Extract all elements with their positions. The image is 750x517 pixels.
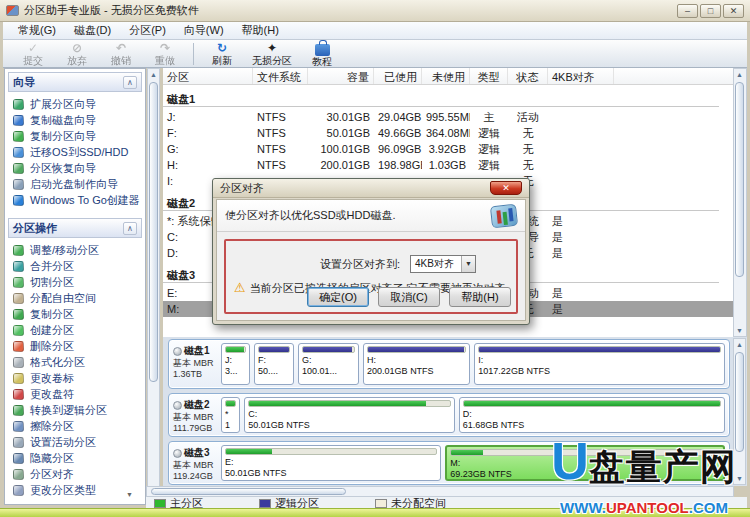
menu-item-磁[interactable]: 磁盘(D) bbox=[65, 21, 120, 40]
sidebar-item[interactable]: 分区恢复向导 bbox=[13, 160, 145, 176]
disk-area-scrollbar[interactable]: ▲ ▼ bbox=[733, 338, 746, 485]
disk-panel-3[interactable]: 磁盘3基本 MBR119.24GBE:50.01GB NTFSM:69.23GB… bbox=[168, 441, 730, 485]
chevron-down-icon[interactable]: ▼ bbox=[461, 256, 475, 272]
maximize-button[interactable]: □ bbox=[700, 4, 721, 18]
sidebar-item[interactable]: 设置活动分区 bbox=[13, 434, 145, 450]
sidebar-scrollbar[interactable]: ▲ ▼ bbox=[147, 68, 160, 505]
table-row[interactable]: J:NTFS30.01GB29.04GB995.55MB主活动 bbox=[163, 109, 733, 125]
sidebar-item[interactable]: 更改卷标 bbox=[13, 370, 145, 386]
sidebar-item[interactable]: 复制分区向导 bbox=[13, 128, 145, 144]
close-button[interactable]: ✕ bbox=[723, 4, 744, 18]
sidebar-item[interactable]: 分区对齐 bbox=[13, 466, 145, 482]
sidebar-item[interactable]: 创建分区 bbox=[13, 322, 145, 338]
delete-partition-icon bbox=[13, 341, 24, 352]
sidebar-item[interactable]: 转换到逻辑分区 bbox=[13, 402, 145, 418]
collapse-chevron-icon[interactable]: ∧ bbox=[123, 76, 137, 89]
column-header[interactable]: 未使用 bbox=[422, 68, 470, 84]
menu-item-分[interactable]: 分区(P) bbox=[120, 21, 175, 40]
scrollbar-thumb[interactable] bbox=[735, 352, 744, 452]
sidebar-item[interactable]: 扩展分区向导 bbox=[13, 96, 145, 112]
sidebar-item[interactable]: 合并分区 bbox=[13, 258, 145, 274]
partition-letter: J: bbox=[225, 355, 246, 366]
collapse-chevron-icon[interactable]: ∧ bbox=[123, 222, 137, 235]
toolbar-separator bbox=[193, 43, 194, 65]
scrollbar-thumb[interactable] bbox=[149, 82, 158, 382]
column-header[interactable]: 4KB对齐 bbox=[548, 68, 614, 84]
title-bar: 分区助手专业版 - 无损分区免费软件 – □ ✕ bbox=[0, 0, 750, 22]
partition-block-d[interactable]: D:61.68GB NTFS bbox=[459, 397, 725, 433]
toolbar-button-redo: ↷重做 bbox=[143, 41, 187, 67]
usage-fill bbox=[226, 347, 244, 352]
column-header[interactable]: 容量 bbox=[308, 68, 374, 84]
partition-block-i[interactable]: I:1017.22GB NTFS bbox=[474, 343, 725, 385]
table-scrollbar[interactable]: ▲ ▼ bbox=[733, 68, 747, 337]
partition-letter: * bbox=[225, 409, 236, 420]
menu-item-帮[interactable]: 帮助(H) bbox=[233, 21, 288, 40]
sidebar-item[interactable]: 擦除分区 bbox=[13, 418, 145, 434]
alignment-dropdown[interactable]: 4KB对齐 ▼ bbox=[410, 255, 476, 273]
toolbar-button-tutorial[interactable]: 教程 bbox=[300, 41, 344, 67]
partition-block-h[interactable]: H:200.01GB NTFS bbox=[363, 343, 470, 385]
scrollbar-thumb[interactable] bbox=[735, 82, 744, 277]
scroll-down-icon[interactable]: ▼ bbox=[734, 473, 745, 484]
ok-button[interactable]: 确定(O) bbox=[307, 287, 369, 307]
partition-alignment-icon bbox=[490, 203, 518, 228]
column-header[interactable]: 类型 bbox=[470, 68, 508, 84]
column-header[interactable]: 文件系统 bbox=[253, 68, 308, 84]
dialog-title-bar[interactable]: 分区对齐 ✕ bbox=[213, 179, 529, 198]
menu-bar: 常规(G)磁盘(D)分区(P)向导(W)帮助(H) bbox=[3, 22, 747, 40]
scroll-up-icon[interactable]: ▲ bbox=[148, 69, 159, 80]
minimize-button[interactable]: – bbox=[677, 4, 698, 18]
dialog-close-button[interactable]: ✕ bbox=[490, 181, 522, 195]
resize-move-partition-icon bbox=[13, 245, 24, 256]
sidebar-item[interactable]: 复制分区 bbox=[13, 306, 145, 322]
toolbar-button-refresh[interactable]: ↻刷新 bbox=[200, 41, 244, 67]
table-header-row: 分区文件系统容量已使用未使用类型状态4KB对齐 bbox=[163, 68, 733, 85]
sidebar-item[interactable]: 切割分区 bbox=[13, 274, 145, 290]
sidebar-item[interactable]: 启动光盘制作向导 bbox=[13, 176, 145, 192]
partition-block-e[interactable]: E:50.01GB NTFS bbox=[221, 445, 441, 481]
disk-panel-2[interactable]: 磁盘2基本 MBR111.79GB*1C:50.01GB NTFSD:61.68… bbox=[168, 393, 730, 437]
column-header[interactable]: 状态 bbox=[508, 68, 548, 84]
table-cell: 逻辑 bbox=[470, 126, 508, 141]
table-cell: 1.03GB bbox=[422, 159, 470, 171]
sidebar-item-label: 扩展分区向导 bbox=[30, 97, 96, 112]
tutorial-icon bbox=[315, 44, 330, 56]
sidebar-item[interactable]: 删除分区 bbox=[13, 338, 145, 354]
sidebar-item[interactable]: 格式化分区 bbox=[13, 354, 145, 370]
sidebar-item[interactable]: 迁移OS到SSD/HDD bbox=[13, 144, 145, 160]
partition-block-f[interactable]: F:50.... bbox=[254, 343, 294, 385]
table-row[interactable]: G:NTFS100.01GB96.09GB3.92GB逻辑无 bbox=[163, 141, 733, 157]
partition-block-j[interactable]: J:3... bbox=[221, 343, 250, 385]
menu-item-常[interactable]: 常规(G) bbox=[9, 21, 65, 40]
partition-block-*[interactable]: *1 bbox=[221, 397, 240, 433]
cancel-button[interactable]: 取消(C) bbox=[378, 287, 440, 307]
column-header[interactable]: 分区 bbox=[163, 68, 253, 84]
sidebar-item[interactable]: 更改盘符 bbox=[13, 386, 145, 402]
scroll-down-icon[interactable]: ▼ bbox=[734, 325, 745, 336]
scroll-more-icon[interactable]: ▼ bbox=[126, 491, 133, 498]
help-button[interactable]: 帮助(H) bbox=[449, 287, 511, 307]
table-row[interactable]: H:NTFS200.01GB198.98GB1.03GB逻辑无 bbox=[163, 157, 733, 173]
toolbar-button-lossless-partition[interactable]: ✦无损分区 bbox=[244, 41, 300, 67]
partition-block-c[interactable]: C:50.01GB NTFS bbox=[244, 397, 455, 433]
table-cell: 是 bbox=[548, 214, 614, 229]
menu-item-向[interactable]: 向导(W) bbox=[175, 21, 233, 40]
partition-block-m[interactable]: M:69.23GB NTFS bbox=[445, 445, 725, 481]
table-cell: NTFS bbox=[253, 127, 308, 139]
table-row[interactable]: F:NTFS50.01GB49.66GB364.08MB逻辑无 bbox=[163, 125, 733, 141]
legend-swatch-icon bbox=[375, 499, 387, 508]
alignment-setting-label: 设置分区对齐到: bbox=[232, 257, 410, 272]
scroll-up-icon[interactable]: ▲ bbox=[734, 339, 745, 350]
sidebar-item[interactable]: 分配自由空间 bbox=[13, 290, 145, 306]
scrollbar-thumb[interactable] bbox=[151, 488, 346, 495]
partition-block-g[interactable]: G:100.01... bbox=[298, 343, 359, 385]
sidebar-item[interactable]: Windows To Go创建器 bbox=[13, 192, 145, 208]
column-header[interactable]: 已使用 bbox=[374, 68, 422, 84]
partition-letter: H: bbox=[367, 355, 466, 366]
sidebar-item[interactable]: 调整/移动分区 bbox=[13, 242, 145, 258]
sidebar-item[interactable]: 隐藏分区 bbox=[13, 450, 145, 466]
scroll-up-icon[interactable]: ▲ bbox=[734, 69, 745, 80]
disk-panel-1[interactable]: 磁盘1基本 MBR1.36TBJ:3...F:50....G:100.01...… bbox=[168, 339, 730, 389]
sidebar-item[interactable]: 复制磁盘向导 bbox=[13, 112, 145, 128]
